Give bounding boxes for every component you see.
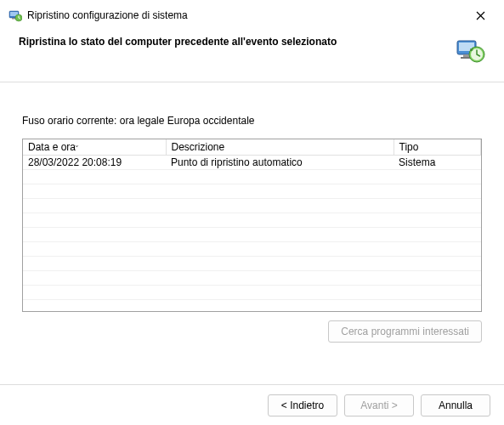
column-header-type[interactable]: Tipo <box>394 139 481 156</box>
restore-points-table[interactable]: Data e ora ⌄ Descrizione Tipo 28/03/2022… <box>22 139 482 312</box>
column-header-description[interactable]: Descrizione <box>166 139 394 156</box>
table-row <box>23 257 481 271</box>
table-row <box>23 199 481 213</box>
cell-date: 28/03/2022 20:08:19 <box>23 156 166 170</box>
window-title: Ripristino configurazione di sistema <box>27 9 188 21</box>
footer: < Indietro Avanti > Annulla <box>0 384 504 425</box>
content-area: Fuso orario corrente: ora legale Europa … <box>0 82 504 351</box>
table-row <box>23 170 481 184</box>
table-row <box>23 242 481 257</box>
column-header-type-label: Tipo <box>399 141 419 153</box>
scan-affected-programs-button: Cerca programmi interessati <box>328 320 482 343</box>
column-header-date-label: Data e ora <box>28 141 76 153</box>
system-restore-large-icon <box>455 36 485 66</box>
table-row[interactable]: 28/03/2022 20:08:19 Punto di ripristino … <box>23 156 481 170</box>
back-button[interactable]: < Indietro <box>268 394 337 416</box>
cell-type: Sistema <box>394 156 481 170</box>
close-button[interactable] <box>465 5 496 26</box>
table-row <box>23 228 481 242</box>
table-row <box>23 286 481 300</box>
cell-description: Punto di ripristino automatico <box>166 156 394 170</box>
sort-indicator-icon: ⌄ <box>74 141 80 149</box>
column-header-date[interactable]: Data e ora ⌄ <box>23 139 166 156</box>
titlebar: Ripristino configurazione di sistema <box>0 0 504 26</box>
column-header-description-label: Descrizione <box>172 141 225 153</box>
table-row <box>23 213 481 228</box>
system-restore-icon <box>8 8 22 22</box>
timezone-label: Fuso orario corrente: ora legale Europa … <box>22 115 482 127</box>
page-subtitle: Ripristina lo stato del computer precede… <box>19 36 455 48</box>
table-row <box>23 271 481 286</box>
cancel-button[interactable]: Annulla <box>421 394 490 416</box>
table-row <box>23 184 481 199</box>
header: Ripristina lo stato del computer precede… <box>0 26 504 82</box>
next-button: Avanti > <box>344 394 414 416</box>
